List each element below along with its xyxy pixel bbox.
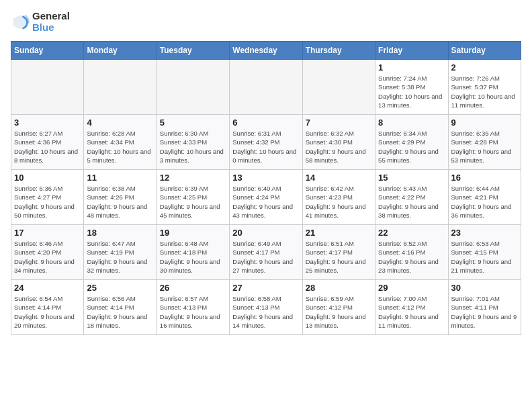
calendar-week-row: 24Sunrise: 6:54 AM Sunset: 4:14 PM Dayli…	[11, 280, 521, 335]
day-number: 9	[451, 118, 518, 128]
calendar-cell: 25Sunrise: 6:56 AM Sunset: 4:14 PM Dayli…	[84, 280, 157, 335]
calendar-cell: 24Sunrise: 6:54 AM Sunset: 4:14 PM Dayli…	[11, 280, 84, 335]
day-number: 5	[160, 118, 226, 128]
calendar-cell: 13Sunrise: 6:40 AM Sunset: 4:24 PM Dayli…	[230, 170, 302, 225]
calendar-cell	[230, 60, 302, 115]
day-info: Sunrise: 6:44 AM Sunset: 4:21 PM Dayligh…	[451, 184, 518, 220]
day-info: Sunrise: 6:31 AM Sunset: 4:32 PM Dayligh…	[232, 129, 299, 165]
calendar-cell: 30Sunrise: 7:01 AM Sunset: 4:11 PM Dayli…	[448, 280, 521, 335]
day-number: 7	[306, 118, 372, 128]
calendar-cell: 4Sunrise: 6:28 AM Sunset: 4:34 PM Daylig…	[84, 115, 157, 170]
day-number: 22	[378, 228, 445, 238]
weekday-header: Wednesday	[230, 42, 302, 60]
day-number: 3	[14, 118, 81, 128]
day-number: 25	[87, 283, 153, 293]
weekday-header: Friday	[375, 42, 448, 60]
day-number: 28	[306, 283, 372, 293]
weekday-header: Sunday	[11, 42, 84, 60]
calendar-cell: 20Sunrise: 6:49 AM Sunset: 4:17 PM Dayli…	[230, 225, 302, 280]
day-info: Sunrise: 6:48 AM Sunset: 4:18 PM Dayligh…	[160, 239, 226, 275]
calendar-week-row: 3Sunrise: 6:27 AM Sunset: 4:36 PM Daylig…	[11, 115, 521, 170]
day-number: 13	[232, 173, 299, 183]
calendar-cell	[157, 60, 229, 115]
calendar-cell: 7Sunrise: 6:32 AM Sunset: 4:30 PM Daylig…	[302, 115, 375, 170]
day-info: Sunrise: 6:54 AM Sunset: 4:14 PM Dayligh…	[14, 294, 81, 330]
weekday-header-row: SundayMondayTuesdayWednesdayThursdayFrid…	[11, 42, 521, 60]
calendar-cell: 26Sunrise: 6:57 AM Sunset: 4:13 PM Dayli…	[157, 280, 229, 335]
calendar-cell: 14Sunrise: 6:42 AM Sunset: 4:23 PM Dayli…	[302, 170, 375, 225]
calendar-table: SundayMondayTuesdayWednesdayThursdayFrid…	[11, 41, 521, 335]
day-info: Sunrise: 7:00 AM Sunset: 4:12 PM Dayligh…	[378, 294, 445, 330]
calendar-cell: 28Sunrise: 6:59 AM Sunset: 4:12 PM Dayli…	[302, 280, 375, 335]
calendar-cell: 23Sunrise: 6:53 AM Sunset: 4:15 PM Dayli…	[448, 225, 521, 280]
day-number: 29	[378, 283, 445, 293]
day-info: Sunrise: 6:51 AM Sunset: 4:17 PM Dayligh…	[306, 239, 372, 275]
day-info: Sunrise: 6:58 AM Sunset: 4:13 PM Dayligh…	[232, 294, 299, 330]
calendar-cell: 21Sunrise: 6:51 AM Sunset: 4:17 PM Dayli…	[302, 225, 375, 280]
calendar-cell: 2Sunrise: 7:26 AM Sunset: 5:37 PM Daylig…	[448, 60, 521, 115]
calendar-cell: 22Sunrise: 6:52 AM Sunset: 4:16 PM Dayli…	[375, 225, 448, 280]
day-info: Sunrise: 6:39 AM Sunset: 4:25 PM Dayligh…	[160, 184, 226, 220]
day-info: Sunrise: 6:42 AM Sunset: 4:23 PM Dayligh…	[306, 184, 372, 220]
weekday-header: Thursday	[302, 42, 375, 60]
day-info: Sunrise: 6:47 AM Sunset: 4:19 PM Dayligh…	[87, 239, 153, 275]
calendar-cell: 15Sunrise: 6:43 AM Sunset: 4:22 PM Dayli…	[375, 170, 448, 225]
calendar-cell: 1Sunrise: 7:24 AM Sunset: 5:38 PM Daylig…	[375, 60, 448, 115]
header: General Blue	[11, 11, 521, 33]
calendar-cell: 17Sunrise: 6:46 AM Sunset: 4:20 PM Dayli…	[11, 225, 84, 280]
day-info: Sunrise: 6:27 AM Sunset: 4:36 PM Dayligh…	[14, 129, 81, 165]
day-info: Sunrise: 6:53 AM Sunset: 4:15 PM Dayligh…	[451, 239, 518, 275]
day-info: Sunrise: 6:52 AM Sunset: 4:16 PM Dayligh…	[378, 239, 445, 275]
calendar-week-row: 17Sunrise: 6:46 AM Sunset: 4:20 PM Dayli…	[11, 225, 521, 280]
logo: General Blue	[11, 11, 70, 33]
day-number: 27	[232, 283, 299, 293]
day-number: 1	[378, 62, 445, 73]
day-number: 20	[232, 228, 299, 238]
day-info: Sunrise: 7:26 AM Sunset: 5:37 PM Dayligh…	[451, 74, 518, 109]
day-info: Sunrise: 6:56 AM Sunset: 4:14 PM Dayligh…	[87, 294, 153, 330]
day-info: Sunrise: 6:28 AM Sunset: 4:34 PM Dayligh…	[87, 129, 153, 165]
calendar-cell: 11Sunrise: 6:38 AM Sunset: 4:26 PM Dayli…	[84, 170, 157, 225]
weekday-header: Tuesday	[157, 42, 229, 60]
logo-text: General Blue	[32, 11, 70, 33]
calendar-cell	[302, 60, 375, 115]
day-info: Sunrise: 6:35 AM Sunset: 4:28 PM Dayligh…	[451, 129, 518, 165]
day-number: 15	[378, 173, 445, 183]
calendar-cell: 8Sunrise: 6:34 AM Sunset: 4:29 PM Daylig…	[375, 115, 448, 170]
day-number: 6	[232, 118, 299, 128]
day-info: Sunrise: 6:46 AM Sunset: 4:20 PM Dayligh…	[14, 239, 81, 275]
day-number: 10	[14, 173, 81, 183]
day-info: Sunrise: 6:38 AM Sunset: 4:26 PM Dayligh…	[87, 184, 153, 220]
calendar-week-row: 10Sunrise: 6:36 AM Sunset: 4:27 PM Dayli…	[11, 170, 521, 225]
calendar-cell: 16Sunrise: 6:44 AM Sunset: 4:21 PM Dayli…	[448, 170, 521, 225]
weekday-header: Saturday	[448, 42, 521, 60]
day-number: 12	[160, 173, 226, 183]
day-number: 2	[451, 62, 518, 73]
day-info: Sunrise: 6:34 AM Sunset: 4:29 PM Dayligh…	[378, 129, 445, 165]
calendar-cell	[84, 60, 157, 115]
day-number: 21	[306, 228, 372, 238]
day-info: Sunrise: 6:43 AM Sunset: 4:22 PM Dayligh…	[378, 184, 445, 220]
day-number: 11	[87, 173, 153, 183]
day-number: 19	[160, 228, 226, 238]
calendar-cell: 19Sunrise: 6:48 AM Sunset: 4:18 PM Dayli…	[157, 225, 229, 280]
day-number: 16	[451, 173, 518, 183]
day-info: Sunrise: 6:30 AM Sunset: 4:33 PM Dayligh…	[160, 129, 226, 165]
day-number: 30	[451, 283, 518, 293]
day-info: Sunrise: 6:57 AM Sunset: 4:13 PM Dayligh…	[160, 294, 226, 330]
day-info: Sunrise: 6:59 AM Sunset: 4:12 PM Dayligh…	[306, 294, 372, 330]
calendar-cell: 18Sunrise: 6:47 AM Sunset: 4:19 PM Dayli…	[84, 225, 157, 280]
calendar-cell: 5Sunrise: 6:30 AM Sunset: 4:33 PM Daylig…	[157, 115, 229, 170]
day-number: 17	[14, 228, 81, 238]
day-number: 23	[451, 228, 518, 238]
calendar-cell: 27Sunrise: 6:58 AM Sunset: 4:13 PM Dayli…	[230, 280, 302, 335]
day-number: 4	[87, 118, 153, 128]
day-number: 24	[14, 283, 81, 293]
weekday-header: Monday	[84, 42, 157, 60]
calendar-cell: 9Sunrise: 6:35 AM Sunset: 4:28 PM Daylig…	[448, 115, 521, 170]
day-info: Sunrise: 6:36 AM Sunset: 4:27 PM Dayligh…	[14, 184, 81, 220]
calendar-cell: 3Sunrise: 6:27 AM Sunset: 4:36 PM Daylig…	[11, 115, 84, 170]
logo-icon	[11, 13, 30, 32]
calendar-cell: 12Sunrise: 6:39 AM Sunset: 4:25 PM Dayli…	[157, 170, 229, 225]
calendar-week-row: 1Sunrise: 7:24 AM Sunset: 5:38 PM Daylig…	[11, 60, 521, 115]
